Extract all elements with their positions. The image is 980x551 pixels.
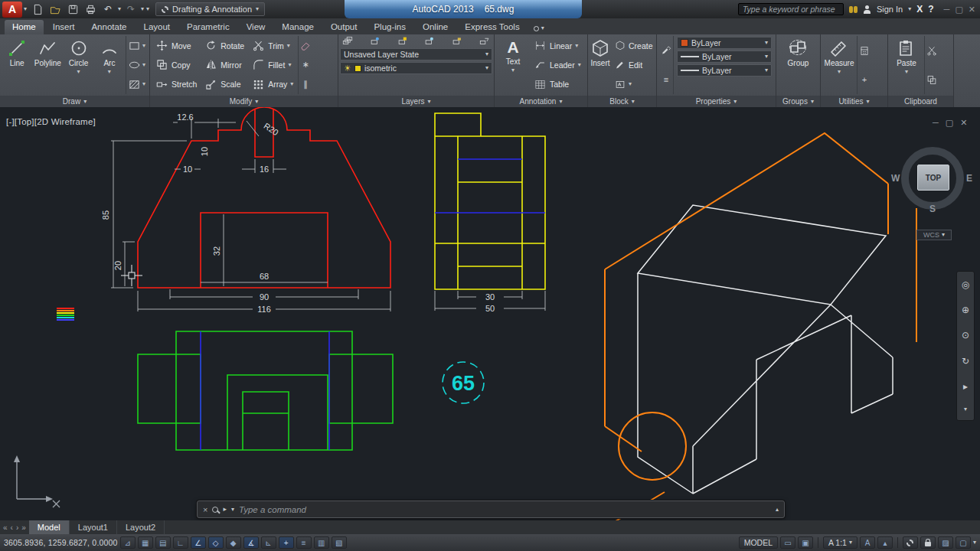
application-menu-button[interactable]: A xyxy=(2,2,22,18)
linear-dimension-button[interactable]: Linear▾ xyxy=(531,38,584,53)
tab-plugins[interactable]: Plug-ins xyxy=(366,20,413,34)
iso-orange-circle[interactable] xyxy=(619,412,686,480)
dim-notch-width[interactable]: 16 xyxy=(260,165,269,174)
text-dropdown-icon[interactable]: ▾ xyxy=(511,67,514,73)
transparency-toggle[interactable]: ▥ xyxy=(314,536,329,549)
tab-layout1[interactable]: Layout1 xyxy=(70,520,117,534)
leader-button[interactable]: Leader▾ xyxy=(531,57,584,72)
otrack-toggle[interactable]: ∡ xyxy=(243,536,259,549)
viewport-restore-icon[interactable]: ▢ xyxy=(946,118,953,128)
polar-toggle[interactable]: ∠ xyxy=(191,536,206,549)
paste-button[interactable]: Paste ▾ xyxy=(890,36,923,94)
dim-height[interactable]: 85 xyxy=(101,210,110,220)
sign-in-button[interactable]: Sign In xyxy=(877,5,903,14)
layer-colors-widget[interactable] xyxy=(57,308,74,321)
move-button[interactable]: Move xyxy=(153,38,199,53)
front-view-outline[interactable] xyxy=(138,107,390,288)
rectangle-button[interactable]: ▾ xyxy=(128,40,145,51)
tab-layout[interactable]: Layout xyxy=(136,20,178,34)
scale-button[interactable]: Scale xyxy=(202,77,247,92)
trim-button[interactable]: Trim▾ xyxy=(250,38,296,53)
clipboard-panel-title[interactable]: Clipboard xyxy=(888,96,953,107)
properties-list-button[interactable]: ≡ xyxy=(664,75,668,84)
id-point-button[interactable]: + xyxy=(862,75,867,84)
prev-layout-icon[interactable]: ‹ xyxy=(11,523,13,532)
new-drawing-button[interactable] xyxy=(30,2,45,16)
model-space-viewport[interactable]: 12.6 R20 10 10 16 85 20 32 68 90 116 30 … xyxy=(0,107,980,520)
quickview-layouts-button[interactable]: ▭ xyxy=(780,536,795,549)
save-button[interactable] xyxy=(65,2,80,16)
last-layout-icon[interactable]: » xyxy=(21,523,26,532)
layer-match-button[interactable] xyxy=(479,36,490,46)
search-input[interactable] xyxy=(738,3,844,15)
dyn-toggle[interactable]: + xyxy=(279,536,294,549)
trim-dropdown-icon[interactable]: ▾ xyxy=(287,43,290,49)
layers-panel-title[interactable]: Layers▾ xyxy=(338,96,494,107)
modify-panel-title[interactable]: Modify▾ xyxy=(150,96,338,107)
layer-dropdown[interactable]: ☀ isometric ▾ xyxy=(340,62,492,74)
side-view-blue-lines[interactable] xyxy=(435,159,545,213)
circle-dropdown-icon[interactable]: ▾ xyxy=(77,69,80,75)
dim-shoulder-width[interactable]: 10 xyxy=(183,165,192,174)
insert-block-button[interactable]: Insert xyxy=(590,36,610,94)
undo-dropdown-icon[interactable]: ▾ xyxy=(118,6,121,12)
dim-side-outer-width[interactable]: 50 xyxy=(485,304,495,313)
rotate-button[interactable]: Rotate xyxy=(202,38,247,53)
workspace-switcher[interactable]: Drafting & Annotation ▾ xyxy=(155,2,265,16)
ducs-toggle[interactable]: ⊾ xyxy=(261,536,276,549)
model-button[interactable]: MODEL xyxy=(739,536,778,549)
layer-state-dropdown[interactable]: Unsaved Layer State ▾ xyxy=(340,48,492,60)
qat-customize-icon[interactable]: ▾ xyxy=(146,6,149,12)
exchange-apps-icon[interactable]: X xyxy=(916,4,923,15)
ortho-toggle[interactable]: ∟ xyxy=(173,536,188,549)
ribbon-minimize-options-icon[interactable]: ▾ xyxy=(541,25,544,31)
paste-dropdown-icon[interactable]: ▾ xyxy=(905,69,908,75)
circle-button[interactable]: Circle ▾ xyxy=(64,36,93,94)
sign-in-chevron-icon[interactable]: ▾ xyxy=(908,6,911,12)
tab-model[interactable]: Model xyxy=(29,520,70,534)
dim-radius[interactable]: R20 xyxy=(262,121,279,137)
viewport-minimize-icon[interactable]: ─ xyxy=(933,118,939,128)
redo-dropdown-icon[interactable]: ▾ xyxy=(141,6,144,12)
block-panel-title[interactable]: Block▾ xyxy=(588,96,656,107)
attributes-dropdown-icon[interactable]: ▾ xyxy=(629,81,632,87)
ucs-icon[interactable] xyxy=(17,461,47,499)
tab-insert[interactable]: Insert xyxy=(45,20,83,34)
dimension-lines[interactable] xyxy=(111,119,390,311)
close-button[interactable]: ✕ xyxy=(969,5,975,15)
explode-button[interactable]: ∗ xyxy=(302,60,309,70)
dim-base-height[interactable]: 20 xyxy=(113,261,122,270)
linear-dropdown-icon[interactable]: ▾ xyxy=(575,43,578,49)
wcs-dropdown[interactable]: WCS ▾ xyxy=(916,230,952,240)
line-button[interactable]: Line xyxy=(2,36,31,94)
stretch-button[interactable]: Stretch xyxy=(153,77,199,92)
osnap-toggle[interactable]: ◇ xyxy=(208,536,224,549)
match-properties-button[interactable] xyxy=(661,46,671,56)
grid-toggle[interactable]: ▤ xyxy=(155,536,171,549)
properties-panel-title[interactable]: Properties▾ xyxy=(657,96,776,107)
tab-parametric[interactable]: Parametric xyxy=(179,20,237,34)
app-menu-chevron-icon[interactable]: ▾ xyxy=(24,6,27,12)
viewcube-east[interactable]: E xyxy=(966,173,972,184)
create-block-button[interactable]: Create xyxy=(612,38,655,53)
showmotion-icon[interactable]: ▸ xyxy=(963,381,968,392)
tab-express-tools[interactable]: Express Tools xyxy=(457,20,527,34)
workspace-switching-button[interactable] xyxy=(903,536,918,549)
tab-view[interactable]: View xyxy=(239,20,273,34)
linetype-dropdown[interactable]: ByLayer ▾ xyxy=(677,64,772,77)
text-button[interactable]: A Text ▾ xyxy=(497,36,529,94)
viewport-close-icon[interactable]: ✕ xyxy=(960,118,967,128)
undo-button[interactable]: ↶ xyxy=(100,2,116,16)
open-drawing-button[interactable] xyxy=(47,2,63,16)
tab-online[interactable]: Online xyxy=(415,20,456,34)
annotation-visibility-button[interactable]: A xyxy=(860,536,875,549)
zoom-icon[interactable]: ⊙ xyxy=(962,330,969,341)
iso-view-body[interactable] xyxy=(638,273,893,494)
offset-button[interactable]: ∥ xyxy=(304,80,309,90)
object-color-dropdown[interactable]: ByLayer ▾ xyxy=(677,37,772,49)
arc-button[interactable]: Arc ▾ xyxy=(95,36,124,94)
edit-block-button[interactable]: Edit xyxy=(612,57,655,72)
viewcube-south[interactable]: S xyxy=(929,204,936,214)
copy-button[interactable]: Copy xyxy=(153,57,199,72)
annotation-panel-title[interactable]: Annotation▾ xyxy=(495,96,587,107)
